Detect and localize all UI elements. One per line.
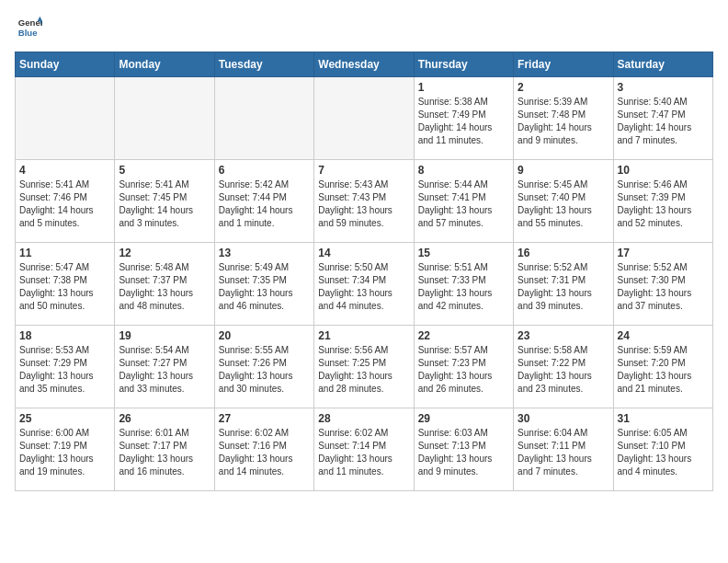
day-info: Sunrise: 5:41 AMSunset: 7:45 PMDaylight:… (119, 178, 210, 230)
calendar-cell: 27Sunrise: 6:02 AMSunset: 7:16 PMDayligh… (214, 408, 313, 491)
calendar-cell: 5Sunrise: 5:41 AMSunset: 7:45 PMDaylight… (115, 160, 214, 243)
day-number: 25 (19, 412, 110, 425)
day-info: Sunrise: 6:02 AMSunset: 7:14 PMDaylight:… (318, 427, 409, 478)
day-number: 17 (618, 247, 709, 259)
calendar-cell (314, 77, 414, 160)
day-number: 30 (518, 412, 609, 425)
day-number: 26 (119, 412, 210, 425)
day-number: 28 (318, 412, 409, 425)
day-number: 1 (418, 81, 509, 94)
day-info: Sunrise: 5:58 AMSunset: 7:22 PMDaylight:… (518, 344, 609, 396)
calendar-header-row: SundayMondayTuesdayWednesdayThursdayFrid… (16, 52, 713, 77)
day-number: 11 (19, 247, 110, 259)
day-info: Sunrise: 5:52 AMSunset: 7:31 PMDaylight:… (518, 261, 609, 313)
day-number: 31 (618, 412, 709, 425)
calendar-cell: 31Sunrise: 6:05 AMSunset: 7:10 PMDayligh… (613, 408, 712, 491)
calendar-table: SundayMondayTuesdayWednesdayThursdayFrid… (15, 52, 713, 491)
calendar-cell: 12Sunrise: 5:48 AMSunset: 7:37 PMDayligh… (115, 243, 214, 326)
day-number: 13 (219, 247, 310, 259)
day-number: 6 (219, 164, 310, 177)
day-info: Sunrise: 5:59 AMSunset: 7:20 PMDaylight:… (618, 344, 709, 396)
day-info: Sunrise: 5:39 AMSunset: 7:48 PMDaylight:… (518, 96, 609, 147)
day-info: Sunrise: 5:43 AMSunset: 7:43 PMDaylight:… (318, 178, 409, 230)
calendar-cell (16, 77, 115, 160)
calendar-body: 1Sunrise: 5:38 AMSunset: 7:49 PMDaylight… (16, 77, 713, 491)
calendar-week-row: 25Sunrise: 6:00 AMSunset: 7:19 PMDayligh… (16, 408, 713, 491)
calendar-cell (214, 77, 313, 160)
weekday-header: Thursday (414, 52, 513, 77)
day-info: Sunrise: 5:51 AMSunset: 7:33 PMDaylight:… (418, 261, 509, 313)
calendar-cell: 15Sunrise: 5:51 AMSunset: 7:33 PMDayligh… (414, 243, 513, 326)
day-info: Sunrise: 5:55 AMSunset: 7:26 PMDaylight:… (219, 344, 310, 396)
day-info: Sunrise: 5:47 AMSunset: 7:38 PMDaylight:… (19, 261, 110, 313)
calendar-cell: 30Sunrise: 6:04 AMSunset: 7:11 PMDayligh… (514, 408, 613, 491)
day-number: 27 (219, 412, 310, 425)
calendar-cell: 22Sunrise: 5:57 AMSunset: 7:23 PMDayligh… (414, 326, 513, 408)
day-info: Sunrise: 5:45 AMSunset: 7:40 PMDaylight:… (518, 178, 609, 230)
calendar-cell: 24Sunrise: 5:59 AMSunset: 7:20 PMDayligh… (613, 326, 712, 408)
calendar-week-row: 1Sunrise: 5:38 AMSunset: 7:49 PMDaylight… (16, 77, 713, 160)
day-info: Sunrise: 5:52 AMSunset: 7:30 PMDaylight:… (618, 261, 709, 313)
day-number: 3 (618, 81, 709, 94)
weekday-header: Tuesday (214, 52, 313, 77)
calendar-week-row: 4Sunrise: 5:41 AMSunset: 7:46 PMDaylight… (16, 160, 713, 243)
weekday-header: Friday (514, 52, 613, 77)
day-info: Sunrise: 5:49 AMSunset: 7:35 PMDaylight:… (219, 261, 310, 313)
calendar-cell: 11Sunrise: 5:47 AMSunset: 7:38 PMDayligh… (16, 243, 115, 326)
weekday-header: Sunday (16, 52, 115, 77)
calendar-cell: 9Sunrise: 5:45 AMSunset: 7:40 PMDaylight… (514, 160, 613, 243)
day-info: Sunrise: 5:57 AMSunset: 7:23 PMDaylight:… (418, 344, 509, 396)
day-info: Sunrise: 6:03 AMSunset: 7:13 PMDaylight:… (418, 427, 509, 478)
weekday-header: Wednesday (314, 52, 414, 77)
day-number: 21 (318, 329, 409, 342)
day-info: Sunrise: 5:46 AMSunset: 7:39 PMDaylight:… (618, 178, 709, 230)
calendar-cell: 21Sunrise: 5:56 AMSunset: 7:25 PMDayligh… (314, 326, 414, 408)
calendar-week-row: 18Sunrise: 5:53 AMSunset: 7:29 PMDayligh… (16, 326, 713, 408)
day-number: 9 (518, 164, 609, 177)
day-number: 20 (219, 329, 310, 342)
day-number: 16 (518, 247, 609, 259)
day-number: 8 (418, 164, 509, 177)
day-number: 12 (119, 247, 210, 259)
day-info: Sunrise: 5:48 AMSunset: 7:37 PMDaylight:… (119, 261, 210, 313)
day-info: Sunrise: 5:41 AMSunset: 7:46 PMDaylight:… (19, 178, 110, 230)
calendar-cell: 26Sunrise: 6:01 AMSunset: 7:17 PMDayligh… (115, 408, 214, 491)
calendar-cell: 8Sunrise: 5:44 AMSunset: 7:41 PMDaylight… (414, 160, 513, 243)
calendar-cell: 13Sunrise: 5:49 AMSunset: 7:35 PMDayligh… (214, 243, 313, 326)
calendar-cell: 29Sunrise: 6:03 AMSunset: 7:13 PMDayligh… (414, 408, 513, 491)
calendar-cell: 10Sunrise: 5:46 AMSunset: 7:39 PMDayligh… (613, 160, 712, 243)
day-number: 23 (518, 329, 609, 342)
calendar-cell: 18Sunrise: 5:53 AMSunset: 7:29 PMDayligh… (16, 326, 115, 408)
day-number: 7 (318, 164, 409, 177)
calendar-cell: 6Sunrise: 5:42 AMSunset: 7:44 PMDaylight… (214, 160, 313, 243)
calendar-cell: 4Sunrise: 5:41 AMSunset: 7:46 PMDaylight… (16, 160, 115, 243)
calendar-cell: 16Sunrise: 5:52 AMSunset: 7:31 PMDayligh… (514, 243, 613, 326)
calendar-cell: 25Sunrise: 6:00 AMSunset: 7:19 PMDayligh… (16, 408, 115, 491)
day-number: 29 (418, 412, 509, 425)
day-number: 4 (19, 164, 110, 177)
calendar-cell: 19Sunrise: 5:54 AMSunset: 7:27 PMDayligh… (115, 326, 214, 408)
weekday-header: Monday (115, 52, 214, 77)
calendar-cell: 14Sunrise: 5:50 AMSunset: 7:34 PMDayligh… (314, 243, 414, 326)
logo: General Blue (15, 15, 42, 44)
day-info: Sunrise: 6:02 AMSunset: 7:16 PMDaylight:… (219, 427, 310, 478)
calendar-cell: 23Sunrise: 5:58 AMSunset: 7:22 PMDayligh… (514, 326, 613, 408)
calendar-week-row: 11Sunrise: 5:47 AMSunset: 7:38 PMDayligh… (16, 243, 713, 326)
calendar-cell: 1Sunrise: 5:38 AMSunset: 7:49 PMDaylight… (414, 77, 513, 160)
day-info: Sunrise: 5:38 AMSunset: 7:49 PMDaylight:… (418, 96, 509, 147)
day-number: 19 (119, 329, 210, 342)
day-info: Sunrise: 6:00 AMSunset: 7:19 PMDaylight:… (19, 427, 110, 478)
day-info: Sunrise: 6:04 AMSunset: 7:11 PMDaylight:… (518, 427, 609, 478)
day-info: Sunrise: 5:40 AMSunset: 7:47 PMDaylight:… (618, 96, 709, 147)
calendar-cell: 3Sunrise: 5:40 AMSunset: 7:47 PMDaylight… (613, 77, 712, 160)
calendar-cell: 2Sunrise: 5:39 AMSunset: 7:48 PMDaylight… (514, 77, 613, 160)
calendar-cell: 28Sunrise: 6:02 AMSunset: 7:14 PMDayligh… (314, 408, 414, 491)
svg-text:Blue: Blue (18, 28, 38, 38)
page-header: General Blue (15, 15, 713, 44)
day-number: 5 (119, 164, 210, 177)
day-info: Sunrise: 5:44 AMSunset: 7:41 PMDaylight:… (418, 178, 509, 230)
day-number: 18 (19, 329, 110, 342)
calendar-cell: 17Sunrise: 5:52 AMSunset: 7:30 PMDayligh… (613, 243, 712, 326)
day-number: 22 (418, 329, 509, 342)
day-info: Sunrise: 5:42 AMSunset: 7:44 PMDaylight:… (219, 178, 310, 230)
